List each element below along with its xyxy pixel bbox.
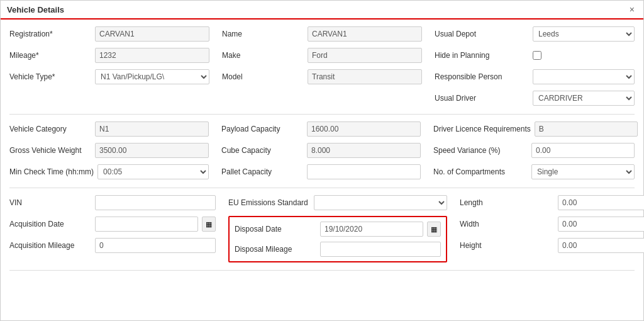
pallet-capacity-input[interactable] — [307, 164, 421, 179]
field-no-compartments: No. of Compartments Single — [433, 164, 635, 180]
eu-emissions-label: EU Emissions Standard — [228, 198, 310, 207]
hide-planning-label: Hide in Planning — [435, 51, 529, 60]
acquisition-date-label: Acquisition Date — [9, 220, 91, 228]
section1-col3: Usual Depot Leeds Hide in Planning Respo… — [435, 26, 635, 106]
model-input[interactable] — [308, 69, 422, 84]
section3-col2: EU Emissions Standard Disposal Date ▦ — [228, 194, 447, 262]
vehicle-category-label: Vehicle Category — [9, 125, 91, 133]
field-responsible-person: Responsible Person — [435, 69, 635, 85]
section2-grid: Vehicle Category Gross Vehicle Weight Mi… — [9, 121, 635, 180]
field-vehicle-category: Vehicle Category — [9, 121, 209, 137]
vehicle-category-input[interactable] — [95, 121, 209, 137]
length-label: Length — [460, 198, 554, 207]
field-make: Make — [222, 47, 422, 64]
section1-col1: Registration* Mileage* Vehicle Type* N1 … — [9, 26, 209, 85]
mileage-label: Mileage* — [9, 51, 91, 60]
disposal-date-input[interactable] — [320, 222, 423, 237]
no-compartments-select[interactable]: Single — [531, 164, 635, 179]
gross-vehicle-weight-label: Gross Vehicle Weight — [9, 146, 91, 155]
usual-depot-label: Usual Depot — [435, 30, 529, 38]
eu-emissions-select[interactable] — [314, 195, 447, 210]
field-disposal-mileage: Disposal Mileage — [235, 241, 441, 257]
acquisition-date-input[interactable] — [95, 217, 198, 232]
no-compartments-label: No. of Compartments — [433, 167, 528, 176]
section3-col3: Length Width Height — [460, 194, 644, 254]
field-min-check-time: Min Check Time (hh:mm) 00:05 — [9, 164, 209, 180]
section3-grid: VIN Acquisition Date ▦ Acquisition Milea… — [9, 194, 635, 262]
field-disposal-date: Disposal Date ▦ — [235, 221, 441, 237]
make-input[interactable] — [308, 48, 422, 63]
close-button[interactable]: × — [627, 4, 637, 14]
field-hide-planning: Hide in Planning — [435, 47, 635, 64]
disposal-mileage-label: Disposal Mileage — [235, 245, 316, 254]
field-payload-capacity: Payload Capacity — [221, 121, 421, 137]
field-name: Name — [222, 26, 422, 42]
disposal-fields: Disposal Date ▦ Disposal Mileage — [235, 221, 441, 257]
field-pallet-capacity: Pallet Capacity — [221, 164, 421, 180]
field-speed-variance: Speed Variance (%) — [433, 142, 635, 159]
section1-grid: Registration* Mileage* Vehicle Type* N1 … — [9, 26, 635, 106]
field-vin: VIN — [9, 194, 216, 211]
section2-col2: Payload Capacity Cube Capacity Pallet Ca… — [221, 121, 421, 180]
vin-input[interactable] — [95, 195, 216, 210]
cube-capacity-input[interactable] — [307, 143, 421, 158]
vehicle-details-dialog: Vehicle Details × Registration* Mileage* — [0, 0, 644, 321]
gross-vehicle-weight-input[interactable] — [95, 143, 209, 158]
field-model: Model — [222, 69, 422, 85]
mileage-input[interactable] — [95, 48, 209, 63]
cube-capacity-label: Cube Capacity — [221, 146, 303, 155]
field-vehicle-type: Vehicle Type* N1 Van/Pickup/LG\ — [9, 69, 209, 85]
dialog-header: Vehicle Details × — [1, 1, 643, 20]
usual-driver-label: Usual Driver — [435, 94, 529, 103]
section1-col2: Name Make Model — [222, 26, 422, 85]
model-label: Model — [222, 72, 304, 81]
usual-depot-select[interactable]: Leeds — [533, 26, 635, 42]
disposal-highlight-box: Disposal Date ▦ Disposal Mileage — [228, 216, 447, 262]
field-gross-vehicle-weight: Gross Vehicle Weight — [9, 142, 209, 159]
driver-licence-input[interactable] — [535, 121, 638, 137]
payload-capacity-label: Payload Capacity — [221, 125, 303, 133]
section3-col1: VIN Acquisition Date ▦ Acquisition Milea… — [9, 194, 216, 254]
pallet-capacity-label: Pallet Capacity — [221, 167, 303, 176]
field-length: Length — [460, 194, 644, 211]
disposal-mileage-input[interactable] — [320, 242, 441, 257]
length-input[interactable] — [558, 195, 644, 210]
acquisition-mileage-input[interactable] — [95, 238, 216, 253]
field-cube-capacity: Cube Capacity — [221, 142, 421, 159]
width-input[interactable] — [558, 217, 644, 232]
dialog-title: Vehicle Details — [7, 5, 64, 14]
section-basic-info: Registration* Mileage* Vehicle Type* N1 … — [9, 26, 635, 115]
disposal-date-calendar-button[interactable]: ▦ — [427, 222, 441, 237]
field-usual-driver: Usual Driver CARDRIVER — [435, 90, 635, 106]
field-eu-emissions: EU Emissions Standard — [228, 194, 447, 211]
section2-col1: Vehicle Category Gross Vehicle Weight Mi… — [9, 121, 209, 180]
disposal-date-label: Disposal Date — [235, 225, 316, 234]
field-driver-licence: Driver Licence Requirements — [433, 121, 635, 137]
acquisition-mileage-label: Acquisition Mileage — [9, 241, 91, 250]
field-usual-depot: Usual Depot Leeds — [435, 26, 635, 42]
width-label: Width — [460, 220, 554, 228]
usual-driver-select[interactable]: CARDRIVER — [533, 91, 635, 106]
field-width: Width — [460, 216, 644, 232]
payload-capacity-input[interactable] — [307, 121, 421, 137]
acquisition-date-calendar-button[interactable]: ▦ — [202, 217, 216, 232]
registration-input[interactable] — [95, 26, 209, 42]
section2-col3: Driver Licence Requirements Speed Varian… — [433, 121, 635, 180]
height-input[interactable] — [558, 238, 644, 253]
vehicle-type-label: Vehicle Type* — [9, 72, 91, 81]
min-check-time-select[interactable]: 00:05 — [97, 164, 209, 179]
name-input[interactable] — [308, 26, 422, 42]
min-check-time-label: Min Check Time (hh:mm) — [9, 167, 94, 176]
registration-label: Registration* — [9, 30, 91, 38]
make-label: Make — [222, 51, 304, 60]
field-mileage: Mileage* — [9, 47, 209, 64]
responsible-person-select[interactable] — [533, 69, 635, 84]
hide-planning-checkbox[interactable] — [533, 51, 541, 60]
height-label: Height — [460, 241, 554, 250]
section-additional-info: VIN Acquisition Date ▦ Acquisition Milea… — [9, 194, 635, 271]
vehicle-type-select[interactable]: N1 Van/Pickup/LG\ — [95, 69, 209, 84]
field-registration: Registration* — [9, 26, 209, 42]
speed-variance-input[interactable] — [531, 143, 635, 158]
field-height: Height — [460, 237, 644, 254]
vin-label: VIN — [9, 198, 91, 207]
